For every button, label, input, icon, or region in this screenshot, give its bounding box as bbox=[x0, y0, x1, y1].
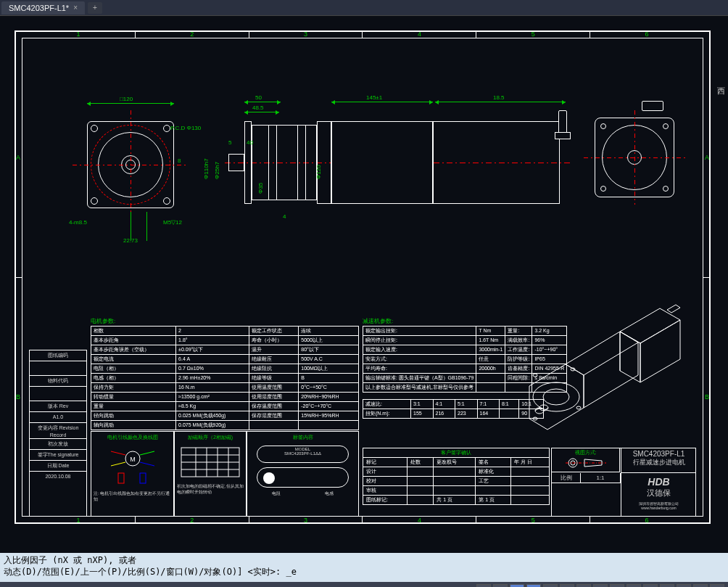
close-icon[interactable]: × bbox=[73, 4, 78, 12]
svg-line-18 bbox=[111, 451, 125, 455]
gearbox-params-title: 减速机参数: bbox=[363, 317, 393, 325]
drawing-canvas[interactable]: 西 123 456 123 456 AB AB □120 P.C.D Φ130 … bbox=[0, 16, 728, 553]
revision-block: 图纸编码 物料代码 版本 Rev A1.0 变更内容 Revision Reco… bbox=[29, 350, 87, 517]
sb-snap-icon[interactable]: ▦ bbox=[476, 584, 491, 588]
rear-view bbox=[587, 107, 682, 208]
motor-params-title: 电机参数: bbox=[91, 317, 115, 325]
sb-scale-icon[interactable]: ⊕ bbox=[677, 584, 691, 588]
document-tab[interactable]: SMC4203PF-L1* × bbox=[1, 1, 85, 15]
command-line[interactable]: 入比例因子 (nX 或 nXP), 或者 动态(D)/范围(E)/上一个(P)/… bbox=[0, 553, 728, 582]
ratio-table: 减速比:3:14:15:17:18:110:1扭矩(N.m):155216223… bbox=[363, 399, 544, 419]
svg-line-19 bbox=[111, 462, 125, 466]
sb-ortho-icon[interactable]: ⊞ bbox=[510, 584, 524, 588]
tables-area: 图纸编码 物料代码 版本 Rev A1.0 变更内容 Revision Reco… bbox=[29, 306, 696, 517]
ruler-bottom: 123 456 bbox=[22, 517, 703, 524]
tab-title: SMC4203PF-L1* bbox=[9, 4, 69, 12]
svg-line-20 bbox=[140, 451, 154, 455]
svg-rect-23 bbox=[140, 473, 146, 483]
new-tab-button[interactable]: + bbox=[88, 2, 102, 14]
cmd-line-2: 动态(D)/范围(E)/上一个(P)/比例(S)/窗口(W)/对象(O)] <实… bbox=[4, 566, 724, 578]
dim-tap: M5▽12 bbox=[163, 219, 182, 226]
status-bar: ▦ ▦ ⊞ ⊞ ⊙ ∟ ⊕ ⊞ ▦ ⬚ □ ⊟ ⊕ ? ◐ bbox=[0, 582, 728, 587]
sb-help-icon[interactable]: ? bbox=[693, 584, 708, 588]
excitation-diagram: 励磁顺序（2相励磁) 初次加电的励磁相不确定,但从其加电的瞬时开始转动 bbox=[174, 431, 247, 517]
dim-8: 8 bbox=[178, 157, 181, 164]
sb-osnap-icon[interactable]: ⊙ bbox=[543, 584, 558, 588]
sb-ann-icon[interactable]: ⊟ bbox=[660, 584, 674, 588]
ruler-top: 123 456 bbox=[22, 30, 703, 38]
label-block: 标签内容 MODEL SMC4203PF-L1ΔΔ 电阻 电感 bbox=[247, 431, 359, 517]
tab-bar: SMC4203PF-L1* × + bbox=[0, 0, 728, 16]
sb-model-icon[interactable]: ⬚ bbox=[626, 584, 641, 588]
svg-rect-22 bbox=[118, 473, 124, 483]
svg-line-21 bbox=[140, 462, 154, 466]
motor-params-table: 相数2额定工作状态连续基本步距角1.8°寿命（小时）5000以上基本步距角误差（… bbox=[91, 326, 359, 430]
title-block: SMC4203PF-L1 行星减速步进电机 比例 1:1 HDB 汉德保 深圳市… bbox=[551, 448, 696, 517]
sb-max-icon[interactable]: □ bbox=[643, 584, 658, 588]
sb-lwt-icon[interactable]: ▦ bbox=[610, 584, 624, 588]
sb-dyn-icon[interactable]: ⊞ bbox=[593, 584, 608, 588]
dim-box: □120 bbox=[120, 96, 133, 102]
front-view: □120 P.C.D Φ130 4-m8.5 M5▽12 8 22.73 bbox=[80, 96, 181, 226]
sb-ducs-icon[interactable]: ⊕ bbox=[576, 584, 591, 588]
sb-grid-icon[interactable]: ▦ bbox=[493, 584, 508, 588]
side-view: 50 145±1 18.5 48.5 5 40 4 Φ110h7 Φ25h7 Φ… bbox=[225, 96, 566, 226]
wiring-diagram: 电机引线颜色及换线图 M 注: 电机引出线颜色如有变更恕不另行通知 bbox=[91, 431, 174, 517]
ruler-left: AB bbox=[15, 38, 22, 517]
dim-pcd: P.C.D Φ130 bbox=[170, 125, 201, 131]
ruler-right: AB bbox=[703, 38, 711, 517]
sb-otrack-icon[interactable]: ∟ bbox=[560, 584, 574, 588]
sb-clean-icon[interactable]: ◐ bbox=[710, 584, 724, 588]
gearbox-params-table: 额定输出扭矩:T Nm重量:3.2 Kg瞬间停止扭矩:1.6T Nm满载效率:9… bbox=[363, 326, 567, 393]
sign-block: 客户签字确认 标记处数更改权号签名年 月 日设计标准化校对工艺审核图纸标记:共 … bbox=[363, 448, 550, 505]
cmd-line-1: 入比例因子 (nX 或 nXP), 或者 bbox=[4, 554, 724, 566]
svg-text:M: M bbox=[130, 456, 136, 463]
sb-polar-icon[interactable]: ⊞ bbox=[526, 584, 541, 588]
dim-holes: 4-m8.5 bbox=[69, 219, 87, 226]
